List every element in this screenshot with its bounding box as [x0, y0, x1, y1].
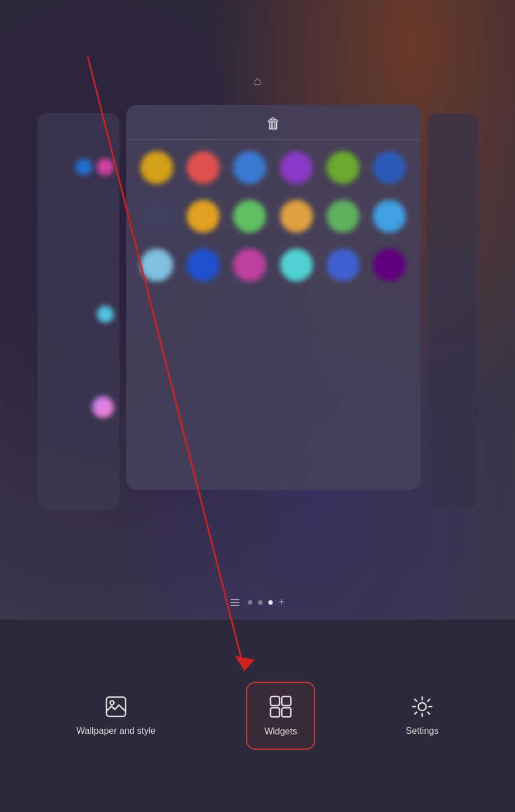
- wallpaper-label: Wallpaper and style: [76, 725, 156, 737]
- svg-rect-4: [271, 708, 280, 717]
- app-row-1: [140, 151, 406, 184]
- page-dot-2[interactable]: [258, 600, 263, 605]
- widgets-action[interactable]: Widgets: [246, 682, 315, 750]
- menu-lines-icon: [230, 599, 239, 606]
- center-screen-card[interactable]: 🗑: [126, 105, 420, 490]
- svg-rect-2: [271, 696, 280, 706]
- settings-label: Settings: [406, 725, 439, 737]
- add-page-button[interactable]: +: [278, 596, 285, 608]
- svg-rect-3: [282, 696, 291, 706]
- widgets-icon: [268, 694, 293, 719]
- svg-point-6: [418, 703, 426, 711]
- card-header: 🗑: [126, 105, 420, 140]
- page-indicators: +: [0, 596, 515, 608]
- app-grid: [126, 140, 420, 293]
- home-icon: ⌂: [254, 74, 261, 88]
- cards-container: 🗑: [0, 105, 515, 510]
- left-screen-card[interactable]: [37, 113, 119, 510]
- top-bar: ⌂: [0, 74, 515, 88]
- page-dot-1[interactable]: [248, 600, 252, 605]
- bottom-bar: Wallpaper and style Widgets Settings: [0, 619, 515, 812]
- settings-action[interactable]: Settings: [389, 683, 456, 749]
- wallpaper-action[interactable]: Wallpaper and style: [59, 683, 173, 749]
- page-dot-3[interactable]: [268, 600, 273, 605]
- svg-point-1: [110, 700, 114, 704]
- widgets-label: Widgets: [264, 726, 297, 738]
- settings-icon: [410, 695, 434, 719]
- svg-rect-0: [106, 697, 126, 716]
- svg-rect-5: [282, 708, 291, 717]
- wallpaper-icon: [104, 695, 128, 719]
- right-screen-card[interactable]: [427, 113, 478, 510]
- app-row-3: [140, 249, 406, 281]
- trash-icon[interactable]: 🗑: [266, 115, 281, 133]
- app-row-2: [140, 200, 406, 233]
